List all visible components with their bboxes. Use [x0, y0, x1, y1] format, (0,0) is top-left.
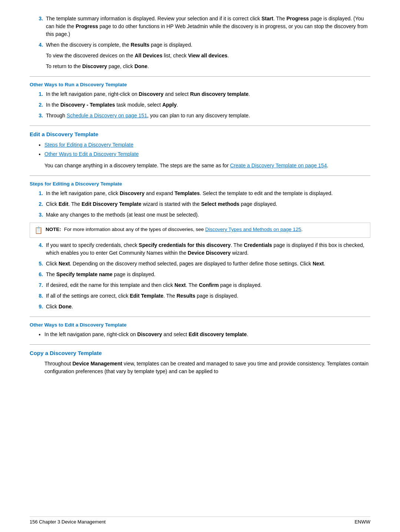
intro-step-4: When the discovery is complete, the Resu… — [44, 41, 370, 70]
edit-step-9: Click Done. — [44, 303, 370, 311]
steps-editing-heading: Steps for Editing a Discovery Template — [30, 181, 370, 187]
copy-intro-text: Throughout Device Management view, templ… — [44, 360, 370, 375]
edit-section-heading: Edit a Discovery Template — [30, 131, 370, 137]
return-text: To return to the Discovery page, click D… — [46, 63, 370, 70]
edit-step-8: If all of the settings are correct, clic… — [44, 292, 370, 300]
other-ways-run-heading: Other Ways to Run a Discovery Template — [30, 82, 370, 87]
create-discovery-link[interactable]: Create a Discovery Template on page 154 — [230, 163, 327, 168]
edit-step-4: If you want to specify credentials, chec… — [44, 241, 370, 257]
intro-step3-text: The template summary information is disp… — [46, 16, 368, 37]
edit-link-1-item: Steps for Editing a Discovery Template — [44, 141, 370, 149]
note-box: 📋 NOTE: For more information about any o… — [30, 222, 370, 238]
edit-intro-text: You can change anything in a discovery t… — [44, 162, 370, 170]
footer-left: 156 Chapter 3 Device Management — [30, 519, 106, 525]
discovery-types-link[interactable]: Discovery Types and Methods on page 125 — [205, 227, 301, 232]
schedule-discovery-link[interactable]: Schedule a Discovery on page 151 — [67, 113, 147, 118]
run-step-1: In the left navigation pane, right-click… — [44, 90, 370, 98]
edit-step-1: In the left navigation pane, click Disco… — [44, 190, 370, 197]
run-step-2: In the Discovery - Templates task module… — [44, 101, 370, 109]
intro-step-3: The template summary information is disp… — [44, 15, 370, 38]
intro-step4-text: When the discovery is complete, the Resu… — [46, 42, 192, 48]
other-ways-edit-link[interactable]: Other Ways to Edit a Discovery Template — [44, 151, 139, 157]
all-devices-text: To view the discovered devices on the Al… — [46, 52, 370, 60]
other-ways-edit-item: In the left navigation pane, right-click… — [44, 331, 370, 338]
edit-step-6: The Specify template name page is displa… — [44, 271, 370, 278]
page-footer: 156 Chapter 3 Device Management ENWW — [30, 516, 370, 525]
steps-editing-link[interactable]: Steps for Editing a Discovery Template — [44, 142, 133, 148]
copy-section-heading: Copy a Discovery Template — [30, 350, 370, 356]
note-icon: 📋 — [34, 226, 43, 234]
note-text: NOTE: For more information about any of … — [46, 226, 303, 233]
edit-link-2-item: Other Ways to Edit a Discovery Template — [44, 150, 370, 158]
edit-step-3: Make any changes to the methods (at leas… — [44, 211, 370, 219]
edit-step-5: Click Next. Depending on the discovery m… — [44, 260, 370, 268]
footer-right: ENWW — [354, 519, 370, 525]
edit-step-2: Click Edit. The Edit Discovery Template … — [44, 200, 370, 208]
other-ways-edit-heading: Other Ways to Edit a Discovery Template — [30, 322, 370, 328]
edit-step-7: If desired, edit the name for this templ… — [44, 281, 370, 289]
run-step-3: Through Schedule a Discovery on page 151… — [44, 112, 370, 120]
